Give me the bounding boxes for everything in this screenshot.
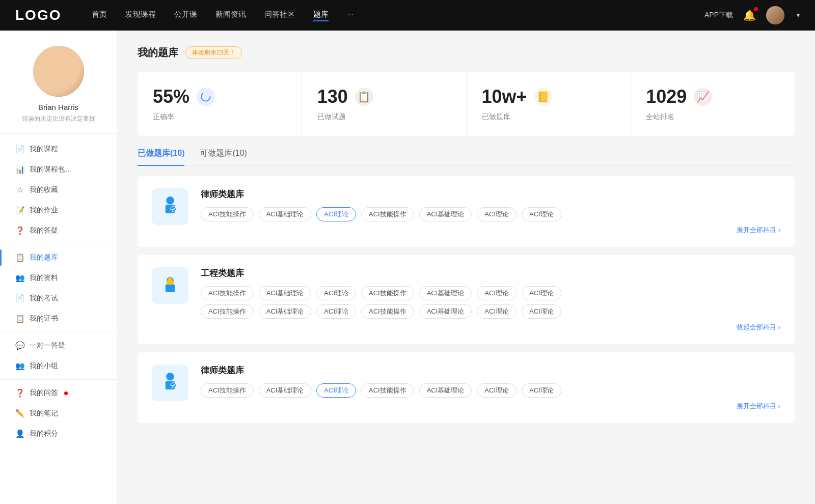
sidebar-item-1[interactable]: 📊我的课程包... — [0, 159, 117, 180]
bell-icon: 🔔 — [743, 10, 756, 21]
qbank-tag-0-2[interactable]: ACI理论 — [316, 207, 356, 221]
qbank-tag-0-1[interactable]: ACI基础理论 — [259, 207, 312, 221]
qbank-tag-2-5[interactable]: ACI理论 — [477, 383, 517, 398]
chevron-down-icon[interactable]: ▾ — [797, 12, 800, 19]
sidebar-nav: 📄我的课程📊我的课程包...☆我的收藏📝我的作业❓我的答疑📋我的题库👥我的资料📄… — [0, 139, 117, 444]
qbank-tag-2-4[interactable]: ACI基础理论 — [419, 383, 472, 398]
stat-label-0: 正确率 — [153, 113, 286, 122]
navbar-menu-item-5[interactable]: 题库 — [313, 10, 329, 21]
main-content: 我的题库 体验剩余23天！ 55%正确率130📋已做试题10w+📒已做题库102… — [117, 31, 815, 504]
stat-icon-3: 📈 — [694, 88, 712, 106]
qbank-expand-2[interactable]: 展开全部科目 › — [201, 402, 780, 411]
qbank-card-1: 工程类题库ACI技能操作ACI基础理论ACI理论ACI技能操作ACI基础理论AC… — [138, 255, 795, 344]
sidebar-item-5[interactable]: 📋我的题库 — [0, 247, 117, 268]
sidebar-nav-icon-12: ✏️ — [15, 409, 24, 418]
qbank-tag-2-6[interactable]: ACI理论 — [522, 383, 561, 398]
sidebar-nav-icon-2: ☆ — [15, 185, 24, 194]
qbank-tag2-1-2[interactable]: ACI理论 — [316, 304, 356, 319]
sidebar-divider-5 — [0, 244, 117, 244]
stat-value-2: 10w+ — [482, 86, 527, 107]
navbar-menu-item-0[interactable]: 首页 — [92, 10, 107, 21]
qbank-tag-0-6[interactable]: ACI理论 — [522, 207, 561, 221]
qbank-tag2-1-6[interactable]: ACI理论 — [522, 304, 561, 319]
svg-point-1 — [166, 197, 174, 204]
qbank-tag-1-0[interactable]: ACI技能操作 — [201, 286, 254, 300]
qbank-card-0: 律师类题库ACI技能操作ACI基础理论ACI理论ACI技能操作ACI基础理论AC… — [138, 176, 795, 247]
qbank-tag-1-1[interactable]: ACI基础理论 — [259, 286, 312, 300]
qbank-info-1: 工程类题库ACI技能操作ACI基础理论ACI理论ACI技能操作ACI基础理论AC… — [201, 267, 780, 332]
navbar-menu-item-3[interactable]: 新闻资讯 — [215, 10, 246, 21]
sidebar-nav-icon-5: 📋 — [15, 253, 24, 262]
qbank-tag2-1-3[interactable]: ACI技能操作 — [361, 304, 414, 319]
sidebar-nav-label-2: 我的收藏 — [30, 185, 58, 194]
qbank-expand-1[interactable]: 收起全部科目 › — [201, 323, 780, 332]
tab-item-0[interactable]: 已做题库(10) — [138, 148, 184, 165]
sidebar-nav-icon-4: ❓ — [15, 226, 24, 235]
stat-icon-2: 📒 — [534, 88, 553, 106]
sidebar-item-6[interactable]: 👥我的资料 — [0, 268, 117, 288]
qbank-tag-0-5[interactable]: ACI理论 — [477, 207, 517, 221]
qbank-info-2: 律师类题库ACI技能操作ACI基础理论ACI理论ACI技能操作ACI基础理论AC… — [201, 365, 780, 411]
stat-value-1: 130 — [317, 86, 348, 107]
sidebar-nav-label-0: 我的课程 — [30, 145, 58, 154]
sidebar-item-4[interactable]: ❓我的答疑 — [0, 220, 117, 241]
sidebar-item-13[interactable]: 👤我的积分 — [0, 424, 117, 444]
stat-item-0: 55%正确率 — [138, 72, 302, 136]
tab-item-1[interactable]: 可做题库(10) — [200, 148, 247, 165]
sidebar-nav-icon-3: 📝 — [15, 206, 24, 215]
qbank-tag-1-4[interactable]: ACI基础理论 — [419, 286, 472, 300]
sidebar-item-0[interactable]: 📄我的课程 — [0, 139, 117, 159]
sidebar-item-9[interactable]: 💬一对一答疑 — [0, 335, 117, 356]
sidebar-item-8[interactable]: 📋我的证书 — [0, 309, 117, 329]
svg-rect-6 — [168, 278, 172, 281]
app-download-link[interactable]: APP下载 — [704, 11, 733, 20]
sidebar-item-7[interactable]: 📄我的考试 — [0, 288, 117, 309]
qbank-list: 律师类题库ACI技能操作ACI基础理论ACI理论ACI技能操作ACI基础理论AC… — [138, 176, 795, 423]
navbar-menu-item-1[interactable]: 发现课程 — [125, 10, 156, 21]
qbank-tag2-1-0[interactable]: ACI技能操作 — [201, 304, 254, 319]
sidebar-nav-label-6: 我的资料 — [30, 273, 58, 283]
qbank-tag-0-0[interactable]: ACI技能操作 — [201, 207, 254, 221]
qbank-tag2-1-1[interactable]: ACI基础理论 — [259, 304, 312, 319]
sidebar-item-12[interactable]: ✏️我的笔记 — [0, 403, 117, 424]
qbank-tag-0-3[interactable]: ACI技能操作 — [361, 207, 414, 221]
sidebar-item-3[interactable]: 📝我的作业 — [0, 200, 117, 220]
sidebar-nav-label-12: 我的笔记 — [30, 409, 58, 418]
navbar-menu-item-6[interactable]: ··· — [347, 10, 354, 21]
qbank-icon-0 — [152, 188, 188, 225]
qbank-tag2-1-5[interactable]: ACI理论 — [477, 304, 517, 319]
stat-item-3: 1029📈全站排名 — [631, 72, 795, 136]
sidebar-nav-icon-13: 👤 — [15, 429, 24, 438]
sidebar-nav-label-9: 一对一答疑 — [30, 341, 65, 350]
qbank-tag-1-3[interactable]: ACI技能操作 — [361, 286, 414, 300]
logo[interactable]: LOGO — [15, 7, 61, 23]
qbank-tag-0-4[interactable]: ACI基础理论 — [419, 207, 472, 221]
sidebar-item-2[interactable]: ☆我的收藏 — [0, 180, 117, 200]
stat-item-2: 10w+📒已做题库 — [467, 72, 631, 136]
sidebar-item-10[interactable]: 👥我的小组 — [0, 356, 117, 376]
notification-bell[interactable]: 🔔 — [743, 9, 756, 21]
qbank-tags-0: ACI技能操作ACI基础理论ACI理论ACI技能操作ACI基础理论ACI理论AC… — [201, 207, 780, 221]
stat-value-3: 1029 — [646, 86, 687, 107]
qbank-tag2-1-4[interactable]: ACI基础理论 — [419, 304, 472, 319]
qbank-tag-2-0[interactable]: ACI技能操作 — [201, 383, 254, 398]
qbank-tag-2-3[interactable]: ACI技能操作 — [361, 383, 414, 398]
avatar[interactable] — [766, 6, 784, 24]
trial-badge: 体验剩余23天！ — [185, 46, 242, 59]
navbar-menu-item-4[interactable]: 问答社区 — [264, 10, 295, 21]
qbank-tag-2-2[interactable]: ACI理论 — [316, 383, 356, 398]
qbank-expand-0[interactable]: 展开全部科目 › — [201, 226, 780, 235]
qbank-tag-2-1[interactable]: ACI基础理论 — [259, 383, 312, 398]
stat-label-2: 已做题库 — [482, 113, 615, 122]
stat-value-0: 55% — [153, 86, 189, 107]
sidebar-item-11[interactable]: ❓我的问答 — [0, 383, 117, 403]
qbank-tag-1-2[interactable]: ACI理论 — [316, 286, 356, 300]
qbank-tags-1: ACI技能操作ACI基础理论ACI理论ACI技能操作ACI基础理论ACI理论AC… — [201, 286, 780, 300]
qbank-title-2: 律师类题库 — [201, 365, 780, 376]
svg-point-7 — [166, 373, 174, 380]
sidebar-nav-label-8: 我的证书 — [30, 314, 58, 323]
qbank-icon-2 — [152, 365, 188, 401]
navbar-menu-item-2[interactable]: 公开课 — [174, 10, 197, 21]
qbank-tag-1-5[interactable]: ACI理论 — [477, 286, 517, 300]
qbank-tag-1-6[interactable]: ACI理论 — [522, 286, 561, 300]
